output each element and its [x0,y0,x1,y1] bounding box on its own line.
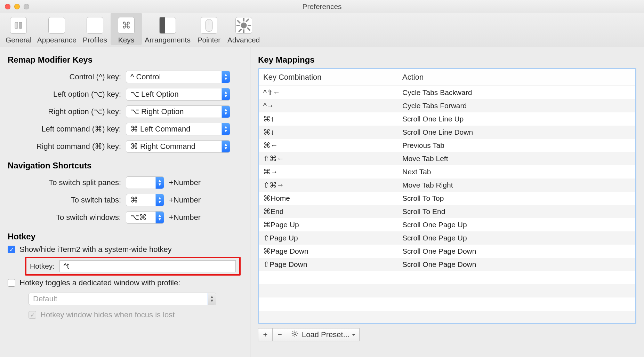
table-row[interactable]: ⌘↓ Scroll One Line Down [259,126,635,139]
stepper-icon: ▲▼ [222,88,230,101]
arrangements-icon [159,17,176,34]
modifier-select-3[interactable]: ⌘ Left Command ▲▼ [126,123,230,135]
cell-action: Move Tab Right [398,181,635,189]
modifier-label: Control (^) key: [8,72,126,81]
dedicated-profile-value: Default [33,294,57,303]
show-hide-hotkey-checkbox[interactable]: ✓ [8,246,15,253]
cell-key-combination: ⌘Home [259,194,398,203]
table-row[interactable]: ⌘← Previous Tab [259,139,635,152]
table-row[interactable]: ⌘↑ Scroll One Line Up [259,112,635,126]
modifier-value: ⌥ Right Option [130,107,184,116]
add-mapping-button[interactable]: + [258,328,273,341]
toolbar-label: Pointer [198,36,221,44]
advanced-icon [235,17,252,34]
stepper-icon: ▲▼ [222,140,230,153]
cell-action: Scroll To End [398,207,635,216]
table-row-empty: .. [259,284,635,298]
load-preset-button[interactable]: Load Preset... [287,328,360,341]
dedicated-window-label: Hotkey toggles a dedicated window with p… [19,278,180,287]
svg-point-13 [294,333,296,335]
toolbar-label: Profiles [83,36,107,44]
cell-key-combination: ⌘↓ [259,128,398,136]
cell-action: Next Tab [398,168,635,176]
cell-action: Move Tab Left [398,154,635,163]
dedicated-window-checkbox[interactable] [8,279,15,287]
cell-key-combination: ⇧⌘← [259,154,398,163]
nav-shortcut-select-2[interactable]: ⌥⌘ ▲▼ [126,211,164,224]
nav-shortcut-select-0[interactable]: ▲▼ [126,176,164,189]
modifier-row: Right command (⌘) key: ⌘ Right Command ▲… [8,138,242,155]
hotkey-input[interactable]: ^t [59,260,236,272]
navigation-shortcuts-heading: Navigation Shortcuts [8,161,242,170]
modifier-value: ⌘ Right Command [130,142,195,151]
table-row[interactable]: ⇧⌘→ Move Tab Right [259,178,635,192]
hides-on-focus-label: Hotkey window hides when focus is lost [40,310,175,319]
svg-rect-11 [245,18,249,22]
modifier-value: ⌘ Left Command [130,125,190,134]
toolbar-label: Appearance [37,36,77,44]
table-row[interactable]: ⌘Page Up Scroll One Page Up [259,218,635,231]
table-row[interactable]: ^⇧← Cycle Tabs Backward [259,86,635,99]
stepper-icon: ▲▼ [155,194,164,206]
toolbar-item-appearance[interactable]: Appearance [34,13,79,45]
table-header: Key Combination Action [259,69,635,86]
remove-mapping-button[interactable]: − [273,328,287,341]
modifier-select-1[interactable]: ⌥ Left Option ▲▼ [126,88,230,101]
table-body: ^⇧← Cycle Tabs Backward ^→ Cycle Tabs Fo… [259,86,635,323]
modifier-label: Left command (⌘) key: [8,125,126,134]
svg-rect-0 [15,22,18,29]
window-title: Preferences [0,2,644,11]
stepper-icon: ▲▼ [155,176,164,189]
toolbar-item-profiles[interactable]: Profiles [79,13,111,45]
modifier-row: Control (^) key: ^ Control ▲▼ [8,68,242,86]
remap-modifier-keys-heading: Remap Modifier Keys [8,55,242,65]
table-row[interactable]: ^→ Cycle Tabs Forward [259,99,635,112]
toolbar-label: General [6,36,32,44]
cell-action: Cycle Tabs Backward [398,88,635,97]
toolbar-item-pointer[interactable]: Pointer [193,13,225,45]
table-row[interactable]: ⇧⌘← Move Tab Left [259,152,635,165]
svg-rect-10 [247,27,251,31]
show-hide-hotkey-label: Show/hide iTerm2 with a system-wide hotk… [19,245,172,254]
hides-on-focus-checkbox: ✓ [29,311,36,319]
toolbar-item-arrangements[interactable]: Arrangements [142,13,193,45]
left-column: Remap Modifier Keys Control (^) key: ^ C… [0,47,250,357]
column-action[interactable]: Action [398,69,635,86]
stepper-icon: ▲▼ [222,71,230,83]
table-row[interactable]: ⇧Page Down Scroll One Page Down [259,258,635,271]
modifier-label: Left option (⌥) key: [8,90,126,99]
toolbar-label: Keys [118,36,135,44]
hides-on-focus-row: ✓ Hotkey window hides when focus is lost [29,310,242,319]
modifier-select-0[interactable]: ^ Control ▲▼ [126,71,230,83]
right-column: Key Mappings Key Combination Action ^⇧← … [250,47,644,357]
modifier-row: Left command (⌘) key: ⌘ Left Command ▲▼ [8,120,242,138]
toolbar-item-keys[interactable]: ⌘ Keys [111,13,142,45]
table-row[interactable]: ⇧Page Up Scroll One Page Up [259,231,635,245]
modifier-row: Left option (⌥) key: ⌥ Left Option ▲▼ [8,86,242,103]
table-row[interactable]: ⌘Page Down Scroll One Page Down [259,245,635,258]
stepper-icon: ▲▼ [222,123,230,135]
nav-shortcut-select-1[interactable]: ⌘ ▲▼ [126,194,164,206]
cell-action: Scroll One Line Up [398,115,635,123]
table-row-empty: .. [259,271,635,284]
table-row[interactable]: ⌘→ Next Tab [259,165,635,178]
toolbar-item-advanced[interactable]: Advanced [225,13,263,45]
toolbar-item-general[interactable]: General [3,13,34,45]
dedicated-profile-row: Default ▲▼ [29,290,242,308]
stepper-icon: ▲▼ [155,211,164,224]
modifier-select-4[interactable]: ⌘ Right Command ▲▼ [126,140,230,153]
table-row[interactable]: ⌘Home Scroll To Top [259,192,635,205]
modifier-select-2[interactable]: ⌥ Right Option ▲▼ [126,105,230,118]
dedicated-profile-select[interactable]: Default ▲▼ [29,293,216,305]
nav-shortcut-label: To switch windows: [8,213,126,222]
nav-shortcut-row: To switch tabs: ⌘ ▲▼ +Number [8,191,242,209]
svg-rect-6 [243,30,244,33]
svg-point-4 [241,22,247,28]
column-key-combination[interactable]: Key Combination [259,69,398,86]
cell-key-combination: ⌘Page Up [259,221,398,229]
toolbar-label: Advanced [227,36,260,44]
stepper-icon: ▲▼ [222,105,230,118]
table-row[interactable]: ⌘End Scroll To End [259,205,635,218]
svg-rect-7 [236,25,240,26]
show-hide-hotkey-row: ✓ Show/hide iTerm2 with a system-wide ho… [8,245,242,254]
